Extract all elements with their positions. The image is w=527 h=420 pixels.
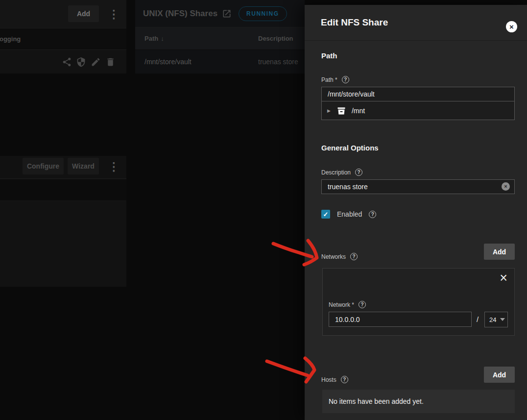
chevron-right-icon[interactable] <box>327 108 331 113</box>
row-description-cell: truenas store <box>258 50 298 74</box>
chevron-down-icon <box>500 318 505 321</box>
hosts-label: Hosts <box>321 376 336 383</box>
wizard-button[interactable]: Wizard <box>68 158 99 174</box>
background-shares-card: Add ⋮ Logging <box>0 0 126 74</box>
help-icon[interactable] <box>355 169 362 176</box>
share-icon[interactable] <box>62 57 72 67</box>
panel-header: Edit NFS Share × <box>305 5 527 41</box>
background-config-card: Configure Wizard ⋮ <box>0 156 126 287</box>
running-status-badge[interactable]: RUNNING <box>239 6 287 21</box>
description-column-header[interactable]: Description <box>258 27 293 50</box>
kebab-menu-icon[interactable]: ⋮ <box>108 159 116 174</box>
hosts-empty-text: No items have been added yet. <box>329 397 424 405</box>
edit-nfs-share-panel: Edit NFS Share × Path Path * /mnt Genera… <box>305 5 527 420</box>
path-column-header[interactable]: Path <box>144 27 164 50</box>
shares-table-header: Logging <box>0 28 126 50</box>
prefix-length-select[interactable]: 24 <box>484 312 508 327</box>
path-field-label-row: Path * <box>321 76 349 83</box>
open-in-new-icon[interactable] <box>222 9 232 19</box>
nfs-table-header: Path Description <box>135 27 305 50</box>
enabled-checkbox[interactable] <box>321 210 330 219</box>
logging-column-header: Logging <box>0 28 21 50</box>
row-path-cell: /mnt/store/vault <box>144 50 192 74</box>
path-field-label: Path * <box>321 76 337 83</box>
help-icon[interactable] <box>359 301 366 308</box>
background-nfs-shares-card: UNIX (NFS) Shares RUNNING Path Descripti… <box>135 0 305 74</box>
nfs-card-header: UNIX (NFS) Shares RUNNING <box>135 0 305 27</box>
path-input[interactable] <box>321 87 515 101</box>
add-share-button[interactable]: Add <box>68 5 99 22</box>
shield-icon[interactable] <box>76 57 86 67</box>
edit-icon[interactable] <box>91 57 101 67</box>
enabled-label: Enabled <box>337 210 362 218</box>
description-field-label: Description <box>321 169 351 176</box>
panel-title: Edit NFS Share <box>321 5 388 40</box>
networks-label: Networks <box>321 253 346 260</box>
kebab-menu-icon[interactable]: ⋮ <box>108 6 116 22</box>
configure-button[interactable]: Configure <box>23 158 64 174</box>
hosts-label-row: Hosts <box>321 371 348 388</box>
description-field-label-row: Description <box>321 169 362 176</box>
table-row[interactable]: /mnt/store/vault truenas store <box>135 50 305 74</box>
remove-network-icon[interactable]: × <box>500 272 507 285</box>
help-icon[interactable] <box>342 76 349 83</box>
description-input[interactable] <box>321 179 515 194</box>
network-field-label: Network * <box>329 301 354 308</box>
networks-label-row: Networks <box>321 248 358 265</box>
prefix-length-value: 24 <box>489 316 496 323</box>
shares-table-row-actions <box>0 50 126 74</box>
network-entry-card: × Network * / 24 <box>322 268 515 336</box>
dataset-icon <box>336 106 346 116</box>
add-host-button[interactable]: Add <box>484 367 515 383</box>
arrow-to-hosts <box>267 361 308 375</box>
close-icon[interactable]: × <box>506 21 517 32</box>
tree-node-label: /mnt <box>352 107 365 115</box>
enabled-field-row: Enabled <box>321 210 376 219</box>
help-icon[interactable] <box>341 376 348 383</box>
network-field-label-row: Network * <box>329 301 366 308</box>
sort-descending-icon <box>161 35 164 42</box>
clear-input-icon[interactable]: × <box>502 182 510 191</box>
path-section-heading: Path <box>321 51 337 60</box>
add-network-button[interactable]: Add <box>484 244 515 260</box>
config-card-toolbar: Configure Wizard ⋮ <box>0 156 126 179</box>
network-input[interactable] <box>329 312 472 327</box>
hosts-empty-state: No items have been added yet. <box>322 390 515 413</box>
help-icon[interactable] <box>369 211 376 218</box>
cidr-separator: / <box>477 315 479 323</box>
shares-card-toolbar: Add ⋮ <box>0 0 126 28</box>
config-card-row <box>0 179 126 201</box>
description-field: × <box>321 179 515 194</box>
filesystem-tree-node[interactable]: /mnt <box>321 101 515 120</box>
nfs-card-title: UNIX (NFS) Shares <box>143 9 217 19</box>
delete-icon[interactable] <box>105 57 116 67</box>
general-options-heading: General Options <box>321 144 379 152</box>
help-icon[interactable] <box>350 253 358 260</box>
